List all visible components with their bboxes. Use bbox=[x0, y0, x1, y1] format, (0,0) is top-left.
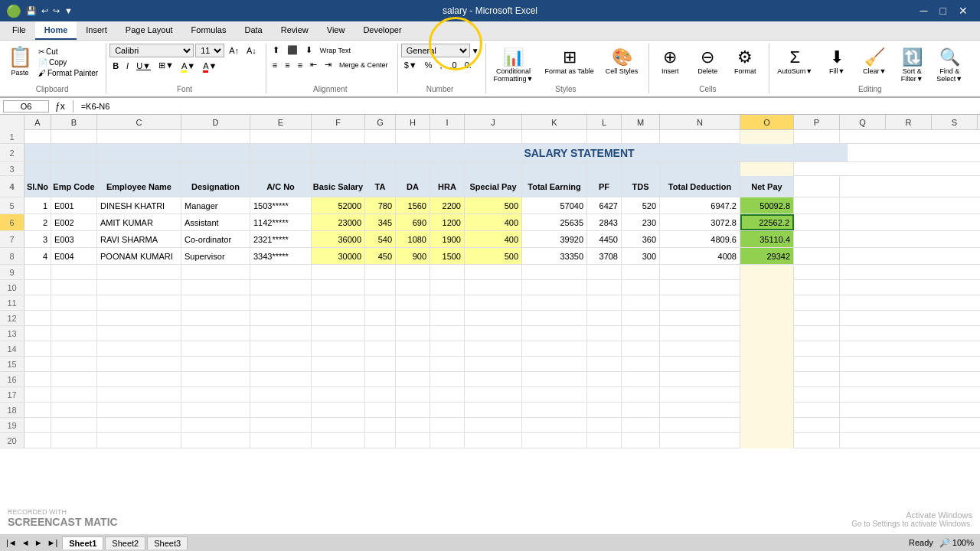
function-icon[interactable]: ƒx bbox=[52, 101, 68, 112]
cell-o9[interactable] bbox=[740, 265, 794, 280]
cell-k11[interactable] bbox=[522, 295, 587, 311]
cell-i20[interactable] bbox=[430, 433, 465, 448]
rownum-3[interactable]: 3 bbox=[0, 162, 24, 175]
cell-j16[interactable] bbox=[465, 372, 522, 387]
cell-h3[interactable] bbox=[396, 162, 430, 178]
cell-i14[interactable] bbox=[430, 341, 465, 357]
cell-o20[interactable] bbox=[740, 433, 794, 448]
rownum-13[interactable]: 13 bbox=[0, 326, 24, 341]
rownum-18[interactable]: 18 bbox=[0, 403, 24, 417]
cell-p14[interactable] bbox=[794, 341, 840, 357]
salary-statement-title[interactable]: SALARY STATEMENT bbox=[312, 144, 848, 161]
cell-o14[interactable] bbox=[740, 341, 794, 357]
cell-c2[interactable] bbox=[97, 144, 181, 161]
autosum-button[interactable]: Σ AutoSum▼ bbox=[773, 45, 817, 77]
cell-i10[interactable] bbox=[430, 280, 465, 295]
cell-n16[interactable] bbox=[660, 372, 740, 387]
cell-m15[interactable] bbox=[622, 357, 660, 372]
cell-c11[interactable] bbox=[97, 295, 181, 311]
rownum-20[interactable]: 20 bbox=[0, 433, 24, 448]
cell-p8[interactable] bbox=[794, 248, 840, 264]
format-as-table-button[interactable]: ⊞ Format as Table bbox=[540, 45, 598, 77]
cell-c5[interactable]: DINESH KHATRI bbox=[97, 197, 181, 214]
paste-button[interactable]: 📋 Paste bbox=[5, 44, 35, 78]
find-select-button[interactable]: 🔍 Find &Select▼ bbox=[932, 45, 967, 85]
cell-i6[interactable]: 1200 bbox=[430, 214, 465, 230]
rownum-11[interactable]: 11 bbox=[0, 295, 24, 310]
fill-button[interactable]: ⬇ Fill▼ bbox=[819, 45, 854, 77]
cell-b1[interactable] bbox=[51, 130, 97, 145]
cell-a18[interactable] bbox=[24, 403, 51, 418]
cut-button[interactable]: ✂Cut bbox=[37, 47, 100, 57]
cell-a12[interactable] bbox=[24, 311, 51, 326]
rownum-2[interactable]: 2 bbox=[0, 144, 24, 161]
cell-e1[interactable] bbox=[250, 130, 312, 145]
cell-h1[interactable] bbox=[396, 130, 430, 145]
minimize-button[interactable]: ─ bbox=[914, 3, 934, 18]
align-bottom-button[interactable]: ⬇ bbox=[302, 44, 315, 57]
cell-k15[interactable] bbox=[522, 357, 587, 372]
cell-m6[interactable]: 230 bbox=[622, 214, 660, 230]
cell-a7[interactable]: 3 bbox=[24, 231, 51, 247]
cell-d19[interactable] bbox=[181, 418, 250, 433]
nav-last-sheet[interactable]: ►| bbox=[47, 538, 58, 547]
cell-m16[interactable] bbox=[622, 372, 660, 387]
cell-m5[interactable]: 520 bbox=[622, 197, 660, 214]
cell-n14[interactable] bbox=[660, 341, 740, 357]
cell-n6[interactable]: 3072.8 bbox=[660, 214, 740, 230]
cell-d9[interactable] bbox=[181, 265, 250, 280]
cell-n18[interactable] bbox=[660, 403, 740, 418]
cell-o7[interactable]: 35110.4 bbox=[740, 231, 794, 247]
cell-h19[interactable] bbox=[396, 418, 430, 433]
cell-d3[interactable] bbox=[181, 162, 250, 178]
col-h[interactable]: H bbox=[396, 115, 430, 129]
cell-h17[interactable] bbox=[396, 387, 430, 403]
cell-f13[interactable] bbox=[312, 326, 365, 341]
cell-o1[interactable] bbox=[740, 130, 794, 145]
cell-f6[interactable]: 23000 bbox=[312, 214, 365, 230]
cell-m3[interactable] bbox=[622, 162, 660, 178]
cell-c14[interactable] bbox=[97, 341, 181, 357]
cell-j14[interactable] bbox=[465, 341, 522, 357]
header-basic[interactable]: Basic Salary bbox=[312, 176, 365, 197]
cell-p6[interactable] bbox=[794, 214, 840, 230]
cell-k12[interactable] bbox=[522, 311, 587, 326]
cell-f20[interactable] bbox=[312, 433, 365, 448]
cell-e5[interactable]: 1503***** bbox=[250, 197, 312, 214]
cell-o10[interactable] bbox=[740, 280, 794, 295]
cell-a11[interactable] bbox=[24, 295, 51, 311]
cell-n20[interactable] bbox=[660, 433, 740, 448]
cell-h6[interactable]: 690 bbox=[396, 214, 430, 230]
cell-f18[interactable] bbox=[312, 403, 365, 418]
cell-j18[interactable] bbox=[465, 403, 522, 418]
cell-f1[interactable] bbox=[312, 130, 365, 145]
cell-l1[interactable] bbox=[587, 130, 622, 145]
cell-b7[interactable]: E003 bbox=[51, 231, 97, 247]
header-designation[interactable]: Designation bbox=[181, 176, 250, 197]
header-da[interactable]: DA bbox=[396, 176, 430, 197]
cell-o18[interactable] bbox=[740, 403, 794, 418]
cell-i12[interactable] bbox=[430, 311, 465, 326]
cell-j11[interactable] bbox=[465, 295, 522, 311]
merge-center-button[interactable]: Merge & Center bbox=[336, 60, 391, 70]
cell-d8[interactable]: Supervisor bbox=[181, 248, 250, 264]
cell-l18[interactable] bbox=[587, 403, 622, 418]
cell-k19[interactable] bbox=[522, 418, 587, 433]
cell-i8[interactable]: 1500 bbox=[430, 248, 465, 264]
header-hra[interactable]: HRA bbox=[430, 176, 465, 197]
cell-k6[interactable]: 25635 bbox=[522, 214, 587, 230]
cell-h12[interactable] bbox=[396, 311, 430, 326]
cell-b3[interactable] bbox=[51, 162, 97, 178]
cell-k10[interactable] bbox=[522, 280, 587, 295]
cell-h10[interactable] bbox=[396, 280, 430, 295]
cell-i9[interactable] bbox=[430, 265, 465, 280]
cell-e18[interactable] bbox=[250, 403, 312, 418]
cell-d1[interactable] bbox=[181, 130, 250, 145]
cell-c19[interactable] bbox=[97, 418, 181, 433]
cell-a3[interactable] bbox=[24, 162, 51, 178]
cell-k16[interactable] bbox=[522, 372, 587, 387]
cell-j10[interactable] bbox=[465, 280, 522, 295]
decrease-font-button[interactable]: A↓ bbox=[243, 44, 260, 57]
col-n[interactable]: N bbox=[660, 115, 740, 129]
tab-review[interactable]: Review bbox=[272, 21, 318, 40]
